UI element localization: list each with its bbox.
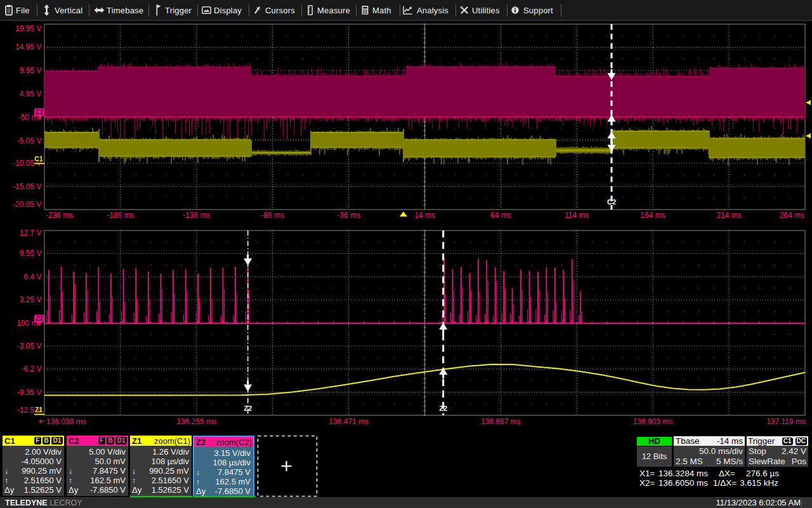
svg-text:14.95 V: 14.95 V <box>15 43 41 51</box>
svg-text:19.95 V: 19.95 V <box>15 24 41 33</box>
svg-text:Z2: Z2 <box>244 404 252 412</box>
svg-text:Z2: Z2 <box>439 404 447 412</box>
svg-text:136.471 ms: 136.471 ms <box>329 417 369 426</box>
svg-text:-6.2 V: -6.2 V <box>21 364 41 373</box>
svg-text:-9.35 V: -9.35 V <box>17 388 42 397</box>
svg-text:214 ms: 214 ms <box>716 211 741 220</box>
svg-text:136.687 ms: 136.687 ms <box>481 417 521 426</box>
svg-text:-5.05 V: -5.05 V <box>17 137 42 145</box>
svg-text:-236 ms: -236 ms <box>46 211 73 220</box>
svg-text:136.039 ms: 136.039 ms <box>46 417 86 426</box>
svg-text:4.95 V: 4.95 V <box>20 90 42 98</box>
svg-text:-136 ms: -136 ms <box>183 211 210 220</box>
svg-text:6.4 V: 6.4 V <box>23 272 41 281</box>
svg-text:C2: C2 <box>36 109 44 116</box>
svg-text:-3.05 V: -3.05 V <box>17 342 42 351</box>
svg-text:136.255 ms: 136.255 ms <box>176 417 216 426</box>
svg-text:C2: C2 <box>607 198 616 206</box>
svg-text:9.55 V: 9.55 V <box>20 249 42 258</box>
svg-text:-86 ms: -86 ms <box>261 211 284 220</box>
svg-text:-20.05 V: -20.05 V <box>13 200 41 209</box>
svg-text:-186 ms: -186 ms <box>107 211 134 220</box>
svg-text:12.7 V: 12.7 V <box>20 229 42 237</box>
svg-text:Z1: Z1 <box>35 406 43 413</box>
svg-text:9.95 V: 9.95 V <box>20 66 42 75</box>
svg-text:136.903 ms: 136.903 ms <box>633 417 673 426</box>
svg-text:164 ms: 164 ms <box>641 211 665 220</box>
svg-text:Z2: Z2 <box>36 315 43 322</box>
svg-text:3.25 V: 3.25 V <box>20 295 42 304</box>
svg-text:114 ms: 114 ms <box>565 211 589 220</box>
svg-text:C1: C1 <box>34 155 43 163</box>
svg-text:64 ms: 64 ms <box>490 211 511 220</box>
svg-text:137.119 ms: 137.119 ms <box>766 417 806 426</box>
svg-text:14 ms: 14 ms <box>414 211 435 220</box>
svg-text:264 ms: 264 ms <box>780 211 804 220</box>
svg-text:-15.05 V: -15.05 V <box>13 182 41 191</box>
svg-text:-36 ms: -36 ms <box>337 211 360 220</box>
